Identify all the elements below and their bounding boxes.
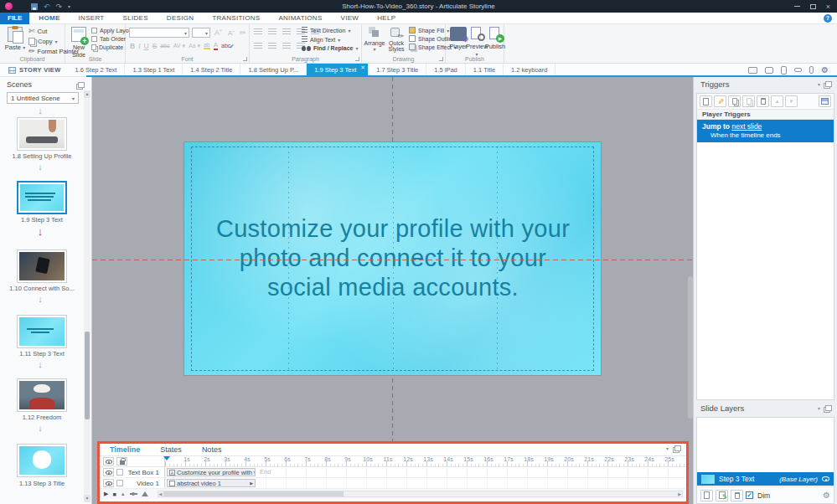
scene-slide-1-12[interactable] bbox=[17, 378, 67, 412]
scroll-right-icon[interactable]: ▶ bbox=[678, 491, 681, 497]
font-dialog-launcher[interactable] bbox=[243, 57, 247, 61]
tab-close-icon[interactable]: ✕ bbox=[360, 64, 365, 71]
maximize-button[interactable] bbox=[810, 4, 816, 9]
tab-insert[interactable]: INSERT bbox=[70, 14, 114, 22]
slide-layers-float-panel-icon[interactable] bbox=[825, 405, 832, 411]
row-lock-checkbox[interactable] bbox=[116, 480, 123, 486]
tab-design[interactable]: DESIGN bbox=[158, 14, 203, 22]
tab-animations[interactable]: ANIMATIONS bbox=[269, 14, 331, 22]
triggers-float-panel-icon[interactable] bbox=[825, 81, 832, 87]
publish-button[interactable]: ▶ Publish bbox=[484, 27, 506, 50]
zoom-slider-icon[interactable] bbox=[130, 493, 137, 495]
undo-icon[interactable]: ↶ bbox=[44, 3, 50, 11]
quick-styles-button[interactable]: ✏ Quick Styles bbox=[385, 27, 407, 52]
timeline-scrollbar-thumb[interactable] bbox=[163, 491, 344, 496]
timeline-row-video[interactable]: Video 1 abstract video 1 ▶ bbox=[100, 478, 686, 489]
copy-trigger-button[interactable] bbox=[728, 95, 741, 107]
scene-slide-1-9-selected[interactable] bbox=[17, 181, 67, 214]
help-icon[interactable]: ? bbox=[824, 14, 832, 23]
tab-home[interactable]: HOME bbox=[29, 14, 69, 22]
playhead-icon[interactable] bbox=[163, 456, 170, 460]
slide-tab[interactable]: 1.2 keyboard bbox=[504, 64, 555, 76]
bullets-icon[interactable] bbox=[254, 28, 262, 35]
move-trigger-up-button[interactable]: ▲ bbox=[771, 95, 783, 107]
subscript-icon[interactable]: abc bbox=[160, 43, 169, 49]
slide-tab[interactable]: 1.5 iPad bbox=[426, 64, 466, 76]
row-lock-checkbox[interactable] bbox=[116, 469, 123, 476]
slide-stage[interactable]: Customize your profile with your photo a… bbox=[184, 142, 601, 375]
triggers-collapse-icon[interactable]: ▾ bbox=[818, 81, 820, 87]
tab-slides[interactable]: SLIDES bbox=[114, 14, 158, 22]
preview-settings-gear-icon[interactable]: ⚙ bbox=[821, 66, 829, 75]
char-spacing-icon[interactable]: AV ▾ bbox=[173, 43, 185, 49]
arrange-button[interactable]: Arrange▾ bbox=[364, 27, 385, 52]
decrease-indent-icon[interactable] bbox=[282, 28, 291, 35]
new-layer-button[interactable] bbox=[700, 490, 713, 501]
redo-icon[interactable]: ↷ bbox=[56, 3, 63, 11]
scroll-up-icon[interactable]: ▲ bbox=[84, 90, 90, 98]
save-icon[interactable] bbox=[31, 3, 38, 10]
base-layer-row-selected[interactable]: Step 3 Text (Base Layer) bbox=[697, 472, 834, 486]
slide-tab[interactable]: 1.1 Title bbox=[466, 64, 504, 76]
grow-font-icon[interactable]: Aˆ bbox=[214, 28, 222, 37]
italic-button[interactable]: I bbox=[138, 42, 140, 50]
collapse-rows-icon[interactable]: ▲ bbox=[121, 491, 126, 496]
align-text-button[interactable]: Align Text▾ bbox=[302, 36, 358, 43]
bold-button[interactable]: B bbox=[130, 42, 135, 50]
numbering-icon[interactable] bbox=[268, 28, 276, 35]
layer-settings-gear-icon[interactable]: ⚙ bbox=[823, 491, 830, 500]
slide-tab[interactable]: 1.4 Step 2 Title bbox=[183, 64, 240, 76]
slide-canvas[interactable]: Customize your profile with your photo a… bbox=[92, 77, 693, 504]
paste-button[interactable]: Paste ▾ bbox=[3, 27, 28, 51]
scene-selector-dropdown[interactable]: 1 Untitled Scene▾ bbox=[7, 92, 79, 104]
new-trigger-button[interactable] bbox=[700, 95, 712, 107]
qat-dropdown-icon[interactable]: ▾ bbox=[68, 3, 70, 9]
timeline-row-textbox[interactable]: Text Box 1 A Customize your profile with… bbox=[100, 467, 686, 478]
close-button[interactable]: × bbox=[826, 3, 830, 11]
scenes-scrollbar[interactable]: ▲ ▼ bbox=[84, 90, 90, 502]
trigger-item-selected[interactable]: Jump to next slide When the timeline end… bbox=[697, 120, 834, 142]
zoom-fit-icon[interactable] bbox=[142, 491, 148, 496]
paste-trigger-button[interactable] bbox=[742, 95, 755, 107]
scenes-scrollbar-thumb[interactable] bbox=[85, 332, 90, 419]
tab-timeline[interactable]: Timeline bbox=[100, 445, 150, 454]
strikethrough-button[interactable]: S bbox=[152, 42, 158, 50]
tab-notes[interactable]: Notes bbox=[192, 445, 232, 454]
desktop-preview-icon[interactable] bbox=[748, 67, 757, 74]
edit-trigger-button[interactable] bbox=[714, 95, 726, 107]
dim-checkbox[interactable]: ✓ bbox=[746, 491, 753, 499]
bar-expand-icon[interactable]: ▶ bbox=[250, 481, 253, 486]
timeline-collapse-icon[interactable]: ▾ bbox=[666, 445, 669, 451]
timeline-horizontal-scrollbar[interactable]: ◀ ▶ bbox=[158, 491, 683, 497]
toggle-all-visibility-button[interactable] bbox=[103, 457, 114, 465]
drawing-dialog-launcher[interactable] bbox=[439, 57, 443, 61]
textbox-timeline-bar[interactable]: A Customize your profile with y... ▶ bbox=[167, 468, 256, 476]
scenes-float-panel-icon[interactable] bbox=[78, 82, 85, 88]
new-slide-button[interactable]: New Slide bbox=[66, 27, 91, 59]
phone-portrait-icon[interactable] bbox=[809, 66, 814, 74]
row-visibility-button[interactable] bbox=[103, 479, 114, 487]
scroll-left-icon[interactable]: ◀ bbox=[159, 491, 163, 497]
timeline-float-panel-icon[interactable] bbox=[674, 445, 681, 451]
slide-text[interactable]: Customize your profile with your photo a… bbox=[204, 214, 581, 301]
duplicate-layer-button[interactable] bbox=[716, 490, 728, 501]
tablet-landscape-icon[interactable] bbox=[765, 67, 773, 74]
highlight-color-icon[interactable]: ab bbox=[204, 42, 210, 49]
scene-slide-1-8[interactable] bbox=[17, 117, 67, 151]
find-replace-button[interactable]: Find / Replace▾ bbox=[302, 45, 358, 51]
tab-view[interactable]: VIEW bbox=[332, 14, 369, 22]
slide-tab-active[interactable]: 1.9 Step 3 Text ✕ bbox=[307, 64, 369, 76]
spell-check-icon[interactable]: abc bbox=[221, 43, 230, 49]
phone-landscape-icon[interactable] bbox=[794, 68, 802, 72]
tab-help[interactable]: HELP bbox=[368, 14, 405, 22]
row-visibility-button[interactable] bbox=[103, 468, 114, 476]
delete-trigger-button[interactable] bbox=[757, 95, 769, 107]
align-left-icon[interactable] bbox=[254, 43, 262, 49]
paragraph-dialog-launcher[interactable] bbox=[355, 57, 359, 61]
move-trigger-down-button[interactable]: ▼ bbox=[785, 95, 798, 107]
font-size-select[interactable]: ▾ bbox=[192, 28, 210, 38]
slide-tab[interactable]: 1.7 Step 3 Title bbox=[369, 64, 426, 76]
slide-tab[interactable]: 1.8 Setting Up P... bbox=[240, 64, 307, 76]
align-right-icon[interactable] bbox=[282, 43, 291, 49]
tab-file[interactable]: FILE bbox=[0, 13, 29, 24]
